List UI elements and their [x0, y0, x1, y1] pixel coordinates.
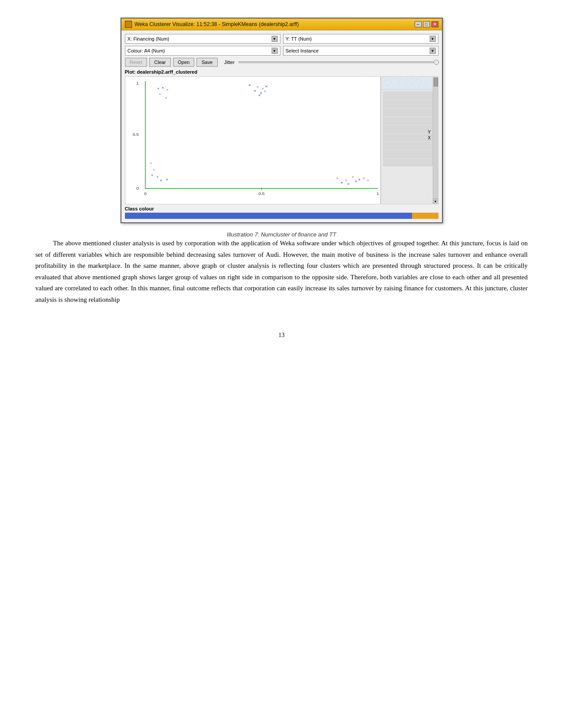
sidebar-bar-8 [383, 150, 436, 158]
scatter-plot: 1 0.5 0 0 0.5 1 × × × × × [125, 77, 380, 204]
class-colour-section: Class colour [125, 206, 438, 219]
plot-label: Plot: dealership2.arff_clustered [125, 69, 438, 75]
weka-body: X: Financing (Num) ▼ Y: TT (Num) ▼ Colou… [121, 30, 442, 222]
sidebar-scrollbar[interactable]: ▼ [433, 77, 438, 204]
jitter-slider[interactable] [238, 61, 438, 63]
select-dropdown[interactable]: Select Instance ▼ [283, 46, 438, 56]
sidebar-bar-7 [383, 142, 436, 150]
sidebar-bar-4 [383, 116, 436, 124]
svg-text:×: × [159, 178, 162, 183]
svg-text:×: × [151, 173, 153, 177]
select-dropdown-arrow: ▼ [430, 48, 436, 54]
svg-text:×: × [166, 177, 168, 182]
body-paragraph: The above mentioned cluster analysis is … [35, 238, 528, 305]
minimize-button[interactable]: ─ [415, 21, 422, 27]
plot-container: 1 0.5 0 0 0.5 1 × × × × × [125, 76, 438, 204]
svg-text:×: × [362, 176, 365, 180]
buttons-row: Reset Clear Open Save Jitter [125, 58, 438, 67]
y-dropdown[interactable]: Y: TT (Num) ▼ [283, 34, 438, 44]
x-dropdown-arrow: ▼ [272, 36, 278, 42]
svg-text:×: × [358, 177, 360, 182]
svg-text:×: × [351, 174, 354, 179]
svg-text:×: × [256, 84, 259, 89]
window-controls: ─ □ ✕ [415, 21, 438, 27]
colour-bar [125, 213, 438, 219]
jitter-handle [434, 60, 439, 65]
svg-text:×: × [165, 96, 167, 100]
maximize-button[interactable]: □ [423, 21, 430, 27]
sidebar-bar-1 [383, 91, 436, 99]
page-number: 13 [35, 332, 528, 339]
sidebar-axis-labels: Y X [428, 130, 431, 140]
illustration-caption: Illustration 7: Numcluster of finance an… [35, 231, 528, 238]
xy-dropdown-row: X: Financing (Num) ▼ Y: TT (Num) ▼ [125, 34, 438, 44]
svg-text:0: 0 [136, 186, 139, 191]
weka-icon [125, 21, 132, 28]
svg-text:×: × [161, 86, 163, 90]
x-dropdown[interactable]: X: Financing (Num) ▼ [125, 34, 280, 44]
weka-window: Weka Clusterer Visualize: 11:52:38 - Sim… [121, 18, 443, 223]
svg-text:×: × [157, 86, 159, 91]
clear-button[interactable]: Clear [149, 58, 170, 67]
svg-text:0.5: 0.5 [258, 191, 264, 196]
class-colour-label: Class colour [125, 206, 438, 211]
svg-text:×: × [156, 175, 159, 179]
svg-text:×: × [264, 89, 266, 94]
colour-bar-blue [125, 213, 412, 219]
colour-bar-orange [412, 213, 438, 219]
svg-text:×: × [347, 181, 350, 186]
svg-text:×: × [258, 93, 261, 98]
svg-text:×: × [340, 180, 343, 185]
close-button[interactable]: ✕ [431, 21, 438, 27]
svg-text:×: × [159, 92, 161, 96]
open-button[interactable]: Open [173, 58, 195, 67]
svg-text:×: × [166, 88, 168, 92]
plot-main: 1 0.5 0 0 0.5 1 × × × × × [125, 77, 381, 204]
y-dropdown-arrow: ▼ [430, 36, 436, 42]
svg-text:×: × [253, 88, 256, 93]
save-button[interactable]: Save [196, 58, 217, 67]
svg-text:×: × [248, 83, 251, 87]
sidebar-dots-area: · · · · · · · · · · · · · · · [381, 77, 438, 90]
colour-dropdown-arrow: ▼ [272, 48, 278, 54]
jitter-label: Jitter [224, 60, 235, 65]
weka-title: Weka Clusterer Visualize: 11:52:38 - Sim… [135, 21, 299, 27]
body-text: The above mentioned cluster analysis is … [35, 238, 528, 305]
svg-text:×: × [367, 178, 369, 183]
svg-text:×: × [354, 179, 357, 184]
weka-titlebar: Weka Clusterer Visualize: 11:52:38 - Sim… [121, 19, 442, 30]
colour-dropdown[interactable]: Colour: A4 (Num) ▼ [125, 46, 280, 56]
svg-text:1: 1 [136, 81, 139, 86]
sidebar-y-label: Y [428, 130, 431, 135]
svg-text:0: 0 [144, 191, 147, 196]
sidebar-bars [381, 90, 438, 168]
svg-text:×: × [150, 161, 152, 165]
svg-text:0.5: 0.5 [132, 132, 139, 137]
sidebar-bar-3 [383, 108, 436, 116]
sidebar-bar-2 [383, 100, 436, 108]
svg-text:×: × [336, 176, 339, 180]
sidebar-scroll-thumb [434, 78, 438, 86]
sidebar-bar-9 [383, 158, 436, 166]
reset-button[interactable]: Reset [125, 58, 147, 67]
svg-text:×: × [265, 84, 268, 89]
plot-sidebar: · · · · · · · · · · · · · · · [381, 77, 438, 204]
sidebar-x-label: X [428, 135, 431, 140]
svg-text:×: × [153, 168, 155, 172]
svg-text:1: 1 [376, 191, 379, 196]
colour-select-row: Colour: A4 (Num) ▼ Select Instance ▼ [125, 46, 438, 56]
sidebar-scroll-bottom: ▼ [433, 199, 438, 204]
